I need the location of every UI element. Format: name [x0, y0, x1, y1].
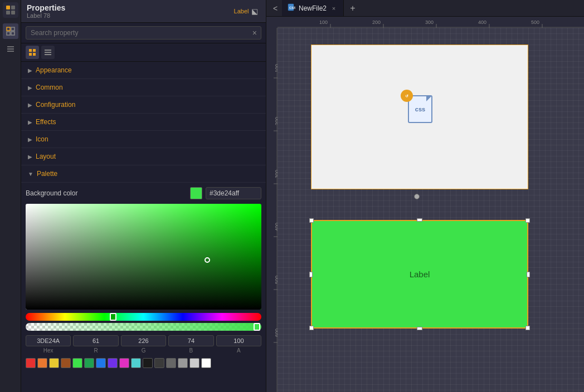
- color-hex-input[interactable]: [206, 187, 261, 199]
- css-icon-container: ↺ css: [403, 92, 437, 126]
- svg-text:200: 200: [372, 19, 381, 25]
- color-picker-section: Background color Hex: [21, 183, 266, 374]
- canvas-content[interactable]: ↺ css Label: [278, 28, 584, 392]
- panel-subtitle: Label 78: [27, 12, 65, 19]
- swatch-orange[interactable]: [37, 358, 47, 368]
- svg-text:100: 100: [274, 64, 278, 72]
- swatch-darkgreen[interactable]: [84, 358, 94, 368]
- common-label: Common: [36, 84, 63, 91]
- alpha-slider[interactable]: [26, 323, 261, 331]
- sel-handle-top-left[interactable]: [309, 218, 314, 223]
- sel-handle-top-right[interactable]: [525, 218, 530, 223]
- swatch-purple[interactable]: [108, 358, 118, 368]
- ruler-top: 100 200 300 400 500: [278, 17, 584, 28]
- panel-expand-btn[interactable]: ⬕: [249, 6, 260, 17]
- sel-handle-left-center[interactable]: [309, 272, 313, 277]
- swatch-green[interactable]: [72, 358, 82, 368]
- b-label: B: [189, 347, 193, 354]
- app-icon: [3, 2, 18, 18]
- swatch-brown[interactable]: [61, 358, 71, 368]
- svg-rect-3: [11, 11, 15, 14]
- section-configuration[interactable]: ▶ Configuration: [21, 96, 266, 114]
- swatch-darkgray[interactable]: [154, 358, 164, 368]
- palette-arrow: ▼: [28, 171, 33, 177]
- swatch-white[interactable]: [201, 358, 211, 368]
- sel-handle-right-center[interactable]: [527, 272, 530, 277]
- section-layout[interactable]: ▶ Layout: [21, 148, 266, 165]
- svg-rect-17: [45, 54, 51, 55]
- sel-handle-bottom-right[interactable]: [525, 326, 530, 330]
- view-list-btn[interactable]: [41, 46, 55, 59]
- svg-rect-14: [33, 53, 36, 56]
- swatch-black[interactable]: [143, 358, 153, 368]
- section-effects[interactable]: ▶ Effects: [21, 114, 266, 131]
- css-fold: [426, 96, 432, 101]
- r-input[interactable]: [73, 335, 118, 346]
- svg-rect-1: [11, 6, 15, 9]
- swatch-yellow[interactable]: [49, 358, 59, 368]
- b-input-group: B: [168, 335, 213, 354]
- section-palette[interactable]: ▼ Palette: [21, 165, 266, 183]
- sel-handle-bottom-left[interactable]: [309, 326, 314, 330]
- svg-text:500: 500: [274, 276, 278, 284]
- a-input-group: A: [216, 335, 261, 354]
- panel-header: Properties Label 78 Label ⬕: [21, 0, 266, 23]
- tab-add-btn[interactable]: +: [346, 2, 359, 15]
- label-element[interactable]: Label: [311, 220, 528, 329]
- color-swatches: [26, 357, 261, 369]
- sel-handle-bottom-center[interactable]: [417, 327, 422, 330]
- prop-sections: ▶ Appearance ▶ Common ▶ Configuration ▶ …: [21, 62, 266, 392]
- icon-arrow: ▶: [28, 136, 32, 143]
- effects-label: Effects: [36, 118, 56, 126]
- swatch-red[interactable]: [26, 358, 36, 368]
- canvas-wrapper[interactable]: 100 200 300 400 500 100 200 300: [266, 17, 584, 392]
- ruler-left: 100 200 300 400 500 600: [266, 28, 278, 392]
- tool-list[interactable]: [3, 41, 18, 57]
- view-grid-btn[interactable]: [26, 46, 39, 59]
- top-tabs: < CSS NewFile2 × +: [266, 0, 584, 17]
- g-input[interactable]: [121, 335, 166, 346]
- swatch-lightgray[interactable]: [189, 358, 199, 368]
- hue-slider[interactable]: [26, 313, 261, 321]
- tool-components[interactable]: [3, 23, 18, 39]
- svg-text:300: 300: [274, 170, 278, 178]
- sel-handle-top-center[interactable]: [417, 218, 422, 222]
- svg-rect-12: [33, 49, 36, 52]
- label-element-text: Label: [410, 270, 430, 279]
- bg-color-label: Background color: [26, 189, 187, 197]
- swatch-gray[interactable]: [178, 358, 188, 368]
- alpha-thumb: [254, 323, 260, 331]
- gradient-overlay: [26, 204, 261, 310]
- b-input[interactable]: [168, 335, 213, 346]
- a-input[interactable]: [216, 335, 261, 346]
- color-swatch[interactable]: [190, 187, 202, 199]
- svg-text:300: 300: [425, 19, 434, 25]
- svg-rect-6: [7, 32, 10, 35]
- tab-newfile2[interactable]: CSS NewFile2 ×: [282, 0, 344, 16]
- tab-close-btn[interactable]: ×: [330, 4, 338, 12]
- swatch-midgray[interactable]: [166, 358, 176, 368]
- search-clear-btn[interactable]: ×: [252, 28, 257, 37]
- section-appearance[interactable]: ▶ Appearance: [21, 62, 266, 79]
- svg-text:400: 400: [478, 19, 486, 25]
- properties-panel: Properties Label 78 Label ⬕ ×: [21, 0, 266, 392]
- page-frame[interactable]: ↺ css: [311, 45, 528, 189]
- swatch-pink[interactable]: [119, 358, 129, 368]
- svg-text:100: 100: [319, 19, 328, 25]
- section-icon[interactable]: ▶ Icon: [21, 131, 266, 148]
- hex-input-group: Hex: [26, 335, 71, 354]
- icon-label: Icon: [36, 135, 48, 143]
- svg-text:↺: ↺: [405, 94, 408, 98]
- search-input[interactable]: [26, 26, 261, 40]
- tab-nav-back[interactable]: <: [269, 2, 282, 15]
- search-row: ×: [21, 23, 266, 43]
- section-common[interactable]: ▶ Common: [21, 79, 266, 96]
- handle-circle-top[interactable]: [414, 194, 420, 199]
- color-gradient-picker[interactable]: [26, 204, 261, 310]
- canvas-area: < CSS NewFile2 × + 100 200: [266, 0, 584, 392]
- hex-input[interactable]: [26, 335, 71, 346]
- svg-rect-11: [29, 49, 32, 52]
- swatch-blue[interactable]: [96, 358, 106, 368]
- swatch-cyan[interactable]: [131, 358, 141, 368]
- configuration-arrow: ▶: [28, 102, 32, 108]
